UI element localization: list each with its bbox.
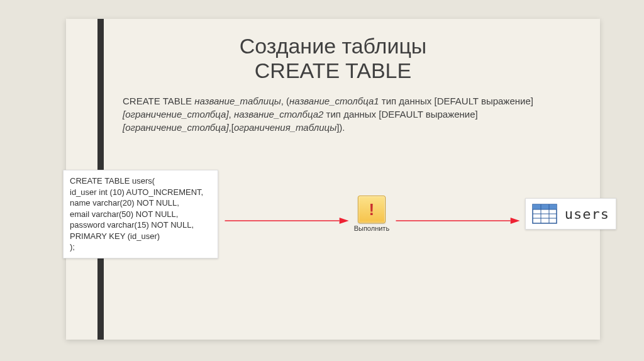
code-line-6: PRIMARY KEY (id_user)	[70, 231, 160, 241]
execute-label: Выполнить	[354, 225, 389, 232]
datatype-2: тип данных [DEFAULT выражение]	[323, 109, 477, 119]
term-col-constraint-1: [ограничение_столбца]	[123, 109, 229, 119]
arrow-left	[223, 213, 349, 214]
execute-button[interactable]: !	[358, 196, 386, 223]
tail: ]).	[336, 122, 345, 133]
datatype-1: тип данных [DEFAULT выражение]	[379, 96, 533, 106]
table-icon	[532, 204, 557, 224]
execute-block: ! Выполнить	[354, 196, 389, 232]
svg-marker-1	[340, 218, 349, 224]
sql-code-card: CREATE TABLE users( id_user int (10) AUT…	[63, 170, 218, 258]
slide-title: Создание таблицы CREATE TABLE	[66, 19, 600, 83]
code-line-7: );	[70, 242, 75, 252]
term-table-constraint: ограничения_таблицы	[234, 122, 336, 133]
result-card: users	[525, 198, 616, 230]
svg-marker-3	[511, 218, 520, 224]
term-table-name: название_таблицы	[194, 96, 281, 106]
code-line-2: id_user int (10) AUTO_INCREMENT,	[70, 187, 203, 197]
syntax-description: CREATE TABLE название_таблицы, (название…	[123, 94, 550, 134]
title-line-2: CREATE TABLE	[66, 58, 600, 83]
code-line-4: email varchar(50) NOT NULL,	[70, 209, 178, 219]
code-line-1: CREATE TABLE users(	[70, 176, 155, 186]
slide: Создание таблицы CREATE TABLE CREATE TAB…	[66, 19, 600, 340]
term-col1: название_столбца1	[289, 96, 379, 106]
kw-create-table: CREATE TABLE	[123, 96, 194, 106]
exclamation-icon: !	[369, 201, 375, 218]
term-col2: название_столбца2	[234, 109, 324, 119]
result-table-name: users	[565, 206, 609, 222]
svg-rect-5	[533, 204, 557, 209]
arrow-right	[394, 213, 520, 214]
sep-2: ,	[229, 109, 234, 119]
diagram-row: CREATE TABLE users( id_user int (10) AUT…	[66, 170, 600, 258]
code-line-5: password varchar(15) NOT NULL,	[70, 220, 194, 230]
code-line-3: name varchar(20) NOT NULL,	[70, 198, 179, 208]
sep-1: , (	[281, 96, 289, 106]
title-line-1: Создание таблицы	[66, 34, 600, 58]
term-col-constraint-2: [ограничение_столбца]	[123, 122, 229, 133]
sep-3: ,[	[229, 122, 234, 133]
